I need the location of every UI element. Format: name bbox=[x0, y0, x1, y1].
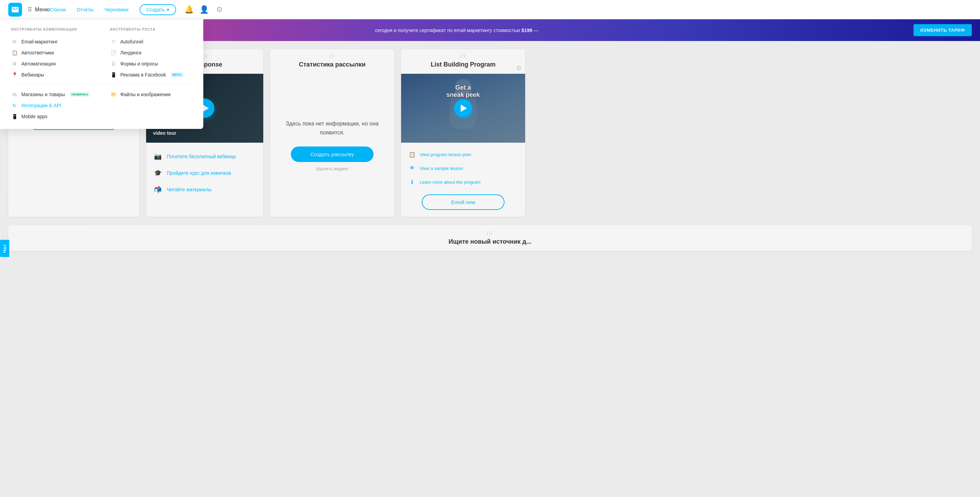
menu-item-forms[interactable]: ☰ Формы и опросы bbox=[110, 58, 192, 69]
funnel-icon: ▽ bbox=[110, 38, 117, 45]
menu-item-autoresponders[interactable]: 📋 Автоответчики bbox=[11, 47, 93, 58]
create-button[interactable]: Создать ▾ bbox=[140, 4, 176, 15]
beta-badge: BETA bbox=[171, 72, 183, 77]
menu-item-files-label: Файлы и изображения bbox=[120, 92, 170, 97]
nav-drafts[interactable]: Черновики bbox=[104, 7, 129, 13]
logo-icon bbox=[11, 5, 19, 14]
menu-item-mobile[interactable]: 📱 Mobile apps bbox=[11, 111, 93, 122]
menu-item-autoresponders-label: Автоответчики bbox=[21, 50, 54, 56]
mobile-icon: 📱 bbox=[11, 113, 18, 120]
header-left: ⠿ Меню bbox=[8, 3, 49, 16]
menu-item-files[interactable]: 📁 Файлы и изображения bbox=[110, 89, 192, 100]
nav-lists[interactable]: Списки bbox=[49, 7, 65, 13]
menu-item-mobile-label: Mobile apps bbox=[21, 114, 48, 119]
app-logo[interactable] bbox=[8, 3, 22, 16]
files-icon: 📁 bbox=[110, 91, 117, 98]
account-settings-icon[interactable]: ⚙ bbox=[215, 5, 224, 14]
menu-columns: ИНСТРУМЕНТЫ КОММУНИКАЦИИ ✉ Email-маркети… bbox=[11, 27, 192, 80]
menu-item-autofunnel[interactable]: ▽ Autofunnel bbox=[110, 36, 192, 47]
forms-icon: ☰ bbox=[110, 60, 117, 67]
automation-icon: ⚙ bbox=[11, 60, 18, 67]
menu-item-integrations-label: Интеграции & API bbox=[21, 103, 61, 108]
menu-item-landings[interactable]: 📄 Лендинги bbox=[110, 47, 192, 58]
create-chevron: ▾ bbox=[167, 7, 169, 13]
header-nav: Списки Отчеты Черновики Создать ▾ bbox=[49, 4, 176, 15]
shop-icon: 🛍 bbox=[11, 91, 18, 98]
menu-item-email-label: Email-маркетинг bbox=[21, 39, 58, 45]
menu-dropdown: ИНСТРУМЕНТЫ КОММУНИКАЦИИ ✉ Email-маркети… bbox=[0, 19, 203, 129]
chat-button[interactable]: Чат bbox=[0, 240, 9, 257]
menu-col-communication: ИНСТРУМЕНТЫ КОММУНИКАЦИИ ✉ Email-маркети… bbox=[11, 27, 93, 80]
menu-item-automation[interactable]: ⚙ Автоматизация bbox=[11, 58, 93, 69]
landing-icon: 📄 bbox=[110, 49, 117, 56]
menu-item-automation-label: Автоматизация bbox=[21, 61, 56, 67]
menu-label[interactable]: Меню bbox=[35, 6, 49, 13]
menu-bottom: 🛍 Магазины и товары НОВИНКА ↻ Интеграции… bbox=[11, 89, 192, 122]
menu-item-facebook[interactable]: 📱 Реклама в Facebook BETA bbox=[110, 69, 192, 80]
menu-item-facebook-label: Реклама в Facebook bbox=[120, 72, 166, 78]
menu-divider bbox=[11, 84, 192, 85]
nav-reports[interactable]: Отчеты bbox=[77, 7, 93, 13]
menu-item-webinars-label: Вебинары bbox=[21, 72, 44, 78]
menu-item-webinars[interactable]: 📍 Вебинары bbox=[11, 69, 93, 80]
menu-bottom-col1: 🛍 Магазины и товары НОВИНКА ↻ Интеграции… bbox=[11, 89, 93, 122]
facebook-icon: 📱 bbox=[110, 71, 117, 78]
menu-item-forms-label: Формы и опросы bbox=[120, 61, 158, 67]
menu-bottom-col2: 📁 Файлы и изображения bbox=[110, 89, 192, 122]
autoresponder-icon: 📋 bbox=[11, 49, 18, 56]
menu-col1-title: ИНСТРУМЕНТЫ КОММУНИКАЦИИ bbox=[11, 27, 93, 31]
menu-col-growth: ИНСТРУМЕНТЫ РОСТА ▽ Autofunnel 📄 Лендинг… bbox=[110, 27, 192, 80]
account-circle-icon[interactable]: 👤 bbox=[199, 5, 209, 14]
menu-item-shops-label: Магазины и товары bbox=[21, 92, 65, 97]
email-icon: ✉ bbox=[11, 38, 18, 45]
grid-icon[interactable]: ⠿ bbox=[27, 6, 32, 13]
menu-item-email[interactable]: ✉ Email-маркетинг bbox=[11, 36, 93, 47]
menu-item-landings-label: Лендинги bbox=[120, 50, 141, 56]
create-label: Создать bbox=[146, 7, 165, 13]
header-icons: 🔔 👤 ⚙ bbox=[185, 5, 224, 14]
new-badge: НОВИНКА bbox=[70, 92, 90, 97]
notification-icon[interactable]: 🔔 bbox=[185, 5, 194, 14]
menu-item-integrations[interactable]: ↻ Интеграции & API bbox=[11, 100, 93, 111]
menu-item-autofunnel-label: Autofunnel bbox=[120, 39, 143, 45]
header: ⠿ Меню Списки Отчеты Черновики Создать ▾… bbox=[0, 0, 980, 19]
menu-col2-title: ИНСТРУМЕНТЫ РОСТА bbox=[110, 27, 192, 31]
integration-icon: ↻ bbox=[11, 102, 18, 109]
webinar-icon: 📍 bbox=[11, 71, 18, 78]
menu-item-shops[interactable]: 🛍 Магазины и товары НОВИНКА bbox=[11, 89, 93, 100]
